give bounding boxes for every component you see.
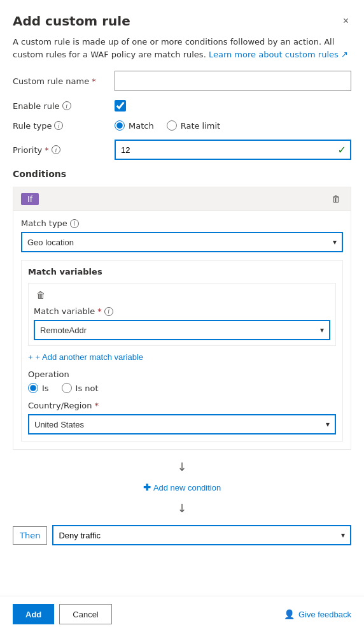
- match-variable-select[interactable]: RemoteAddr RequestMethod QueryString Pos…: [34, 320, 330, 340]
- priority-valid-icon: ✓: [338, 144, 346, 156]
- enable-rule-info-icon[interactable]: i: [62, 101, 71, 110]
- then-row: Then Deny traffic Allow traffic Log (pre…: [13, 525, 351, 545]
- footer-buttons: Add Cancel: [13, 604, 112, 624]
- custom-rule-name-label: Custom rule name *: [13, 76, 115, 86]
- match-variables-title: Match variables: [28, 267, 336, 276]
- priority-info-icon[interactable]: i: [52, 145, 60, 154]
- custom-rule-name-row: Custom rule name *: [13, 71, 351, 91]
- then-label: Then: [13, 526, 47, 545]
- priority-required-indicator: *: [45, 145, 49, 155]
- priority-row: Priority * i ✓: [13, 140, 351, 160]
- operation-is-not-label: Is not: [76, 384, 99, 393]
- match-var-required: *: [97, 306, 102, 316]
- rule-type-match-radio[interactable]: [115, 120, 125, 131]
- match-var-info-icon[interactable]: i: [104, 307, 113, 316]
- close-icon: ×: [343, 15, 349, 27]
- rule-type-rate-limit-label: Rate limit: [181, 121, 221, 131]
- match-type-select[interactable]: Geo location IP address HTTP header URI: [21, 232, 343, 252]
- match-variable-label: Match variable * i: [34, 306, 330, 316]
- match-variables-section: Match variables 🗑 Match variable *: [21, 260, 343, 442]
- trash-icon: 🗑: [332, 194, 340, 204]
- description-text: A custom rule is made up of one or more …: [0, 36, 364, 71]
- down-arrow-icon-2: ↓: [177, 501, 186, 515]
- operation-is-not-radio[interactable]: [62, 383, 72, 393]
- add-condition-button[interactable]: ✚ Add new condition: [143, 482, 221, 492]
- close-button[interactable]: ×: [340, 13, 351, 29]
- rule-type-match-option[interactable]: Match: [115, 120, 154, 131]
- dialog-title: Add custom rule: [13, 13, 130, 29]
- priority-control: ✓: [115, 140, 351, 160]
- enable-rule-control: [115, 100, 351, 111]
- operation-section: Operation Is Is not: [28, 370, 336, 393]
- add-match-variable-button[interactable]: + + Add another match variable: [28, 352, 143, 362]
- enable-rule-checkbox[interactable]: [115, 100, 126, 111]
- delete-condition-button[interactable]: 🗑: [329, 192, 343, 205]
- rule-type-rate-limit-option[interactable]: Rate limit: [167, 120, 221, 131]
- operation-label: Operation: [28, 370, 336, 379]
- match-variable-item: 🗑 Match variable * i RemoteAddr: [28, 283, 336, 346]
- conditions-title: Conditions: [13, 169, 351, 179]
- priority-input[interactable]: [115, 140, 351, 160]
- rule-type-radio-group: Match Rate limit: [115, 120, 351, 131]
- rule-type-row: Rule type i Match Rate limit: [13, 120, 351, 131]
- add-custom-rule-dialog: Add custom rule × A custom rule is made …: [0, 0, 364, 632]
- if-header: If 🗑: [13, 187, 351, 211]
- match-type-select-wrapper: Geo location IP address HTTP header URI: [21, 232, 343, 252]
- operation-is-radio[interactable]: [28, 383, 38, 393]
- form-body: Custom rule name * Enable rule i Rule ty…: [0, 71, 364, 596]
- rule-type-match-label: Match: [129, 121, 154, 131]
- then-action-select[interactable]: Deny traffic Allow traffic Log (preview)…: [52, 525, 351, 545]
- arrow-down-1: ↓: [13, 455, 351, 478]
- add-condition-row: ✚ Add new condition: [13, 478, 351, 496]
- match-type-row: Match type i Geo location IP address HTT…: [21, 219, 343, 252]
- cancel-button[interactable]: Cancel: [59, 604, 111, 624]
- then-section: Then Deny traffic Allow traffic Log (pre…: [13, 525, 351, 545]
- custom-rule-name-control: [115, 71, 351, 91]
- match-variable-select-wrapper: RemoteAddr RequestMethod QueryString Pos…: [34, 320, 330, 340]
- learn-more-link[interactable]: Learn more about custom rules ↗: [209, 50, 348, 59]
- feedback-icon: 👤: [284, 609, 295, 619]
- give-feedback-button[interactable]: 👤 Give feedback: [284, 609, 351, 619]
- rule-type-info-icon[interactable]: i: [54, 121, 63, 130]
- country-region-select-wrapper: United States Canada United Kingdom Germ…: [28, 414, 336, 434]
- country-region-section: Country/Region * United States Canada Un…: [28, 401, 336, 434]
- priority-label: Priority * i: [13, 145, 115, 155]
- operation-radio-group: Is Is not: [28, 383, 336, 393]
- if-body: Match type i Geo location IP address HTT…: [13, 211, 351, 449]
- required-indicator: *: [92, 76, 96, 86]
- add-match-plus-icon: +: [28, 352, 33, 362]
- dialog-header: Add custom rule ×: [0, 0, 364, 36]
- trash-icon-small: 🗑: [36, 290, 45, 300]
- add-condition-plus-icon: ✚: [143, 482, 151, 492]
- dialog-footer: Add Cancel 👤 Give feedback: [0, 596, 364, 632]
- operation-is-not-option[interactable]: Is not: [62, 383, 99, 393]
- enable-rule-row: Enable rule i: [13, 100, 351, 111]
- country-required: *: [95, 401, 99, 410]
- rule-type-control: Match Rate limit: [115, 120, 351, 131]
- down-arrow-icon: ↓: [177, 460, 186, 473]
- country-region-select[interactable]: United States Canada United Kingdom Germ…: [28, 414, 336, 434]
- arrow-down-2: ↓: [13, 496, 351, 520]
- match-type-label: Match type i: [21, 219, 343, 228]
- delete-match-var-button[interactable]: 🗑: [34, 289, 48, 301]
- priority-wrapper: ✓: [115, 140, 351, 160]
- match-type-info-icon[interactable]: i: [70, 219, 79, 228]
- custom-rule-name-input[interactable]: [115, 71, 351, 91]
- if-label: If: [21, 193, 39, 205]
- operation-is-option[interactable]: Is: [28, 383, 49, 393]
- rule-type-rate-limit-radio[interactable]: [167, 120, 177, 131]
- operation-is-label: Is: [42, 384, 49, 393]
- external-link-icon: ↗: [341, 50, 348, 59]
- if-block: If 🗑 Match type i Geo locat: [13, 187, 351, 450]
- country-region-label: Country/Region *: [28, 401, 336, 410]
- rule-type-label: Rule type i: [13, 121, 115, 131]
- match-var-header: 🗑: [34, 289, 330, 301]
- add-button[interactable]: Add: [13, 604, 54, 624]
- enable-rule-label: Enable rule i: [13, 101, 115, 111]
- then-select-wrapper: Deny traffic Allow traffic Log (preview)…: [52, 525, 351, 545]
- conditions-section: Conditions If 🗑 Match type i: [13, 169, 351, 545]
